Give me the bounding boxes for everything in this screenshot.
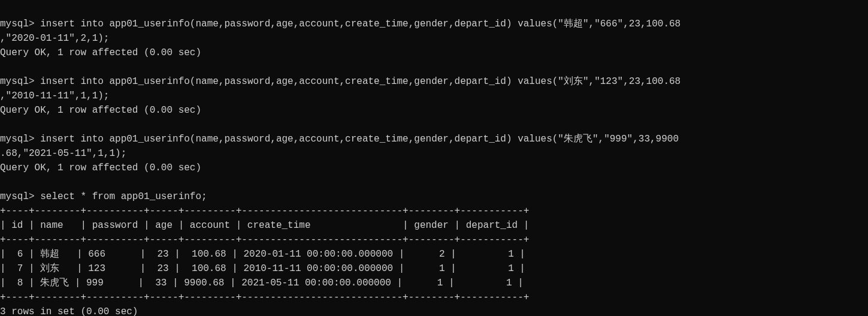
insert-statement-2-line1: mysql> insert into app01_userinfo(name,p…: [0, 74, 868, 89]
mysql-terminal[interactable]: mysql> insert into app01_userinfo(name,p…: [0, 14, 868, 316]
insert-statement-3-result: Query OK, 1 row affected (0.00 sec): [0, 161, 868, 175]
sql-command: select * from app01_userinfo;: [40, 191, 207, 202]
insert-statement-3-line2: .68,"2021-05-11",1,1);: [0, 146, 868, 161]
sql-command: insert into app01_userinfo(name,password…: [40, 19, 681, 29]
select-statement: mysql> select * from app01_userinfo;: [0, 189, 868, 204]
table-row: | 6 | 韩超 | 666 | 23 | 100.68 | 2020-01-1…: [0, 247, 868, 261]
insert-statement-1-line1: mysql> insert into app01_userinfo(name,p…: [0, 17, 868, 31]
table-row: | 8 | 朱虎飞 | 999 | 33 | 9900.68 | 2021-05…: [0, 276, 868, 290]
mysql-prompt: mysql>: [0, 19, 35, 29]
sql-command: insert into app01_userinfo(name,password…: [40, 76, 681, 87]
sql-command: insert into app01_userinfo(name,password…: [40, 134, 679, 145]
table-header: | id | name | password | age | account |…: [0, 218, 868, 233]
insert-statement-1-line2: ,"2020-01-11",2,1);: [0, 31, 868, 46]
mysql-prompt: mysql>: [0, 191, 35, 202]
blank-line: [0, 60, 868, 74]
select-result: 3 rows in set (0.00 sec): [0, 305, 868, 316]
table-border-mid: +----+--------+----------+-----+--------…: [0, 233, 868, 247]
mysql-prompt: mysql>: [0, 76, 35, 87]
blank-line: [0, 118, 868, 132]
table-row: | 7 | 刘东 | 123 | 23 | 100.68 | 2010-11-1…: [0, 261, 868, 276]
insert-statement-3-line1: mysql> insert into app01_userinfo(name,p…: [0, 132, 868, 146]
insert-statement-2-line2: ,"2010-11-11",1,1);: [0, 89, 868, 103]
mysql-prompt: mysql>: [0, 134, 35, 145]
table-border-top: +----+--------+----------+-----+--------…: [0, 204, 868, 218]
blank-line: [0, 175, 868, 189]
insert-statement-2-result: Query OK, 1 row affected (0.00 sec): [0, 103, 868, 118]
insert-statement-1-result: Query OK, 1 row affected (0.00 sec): [0, 46, 868, 60]
table-border-bottom: +----+--------+----------+-----+--------…: [0, 290, 868, 305]
